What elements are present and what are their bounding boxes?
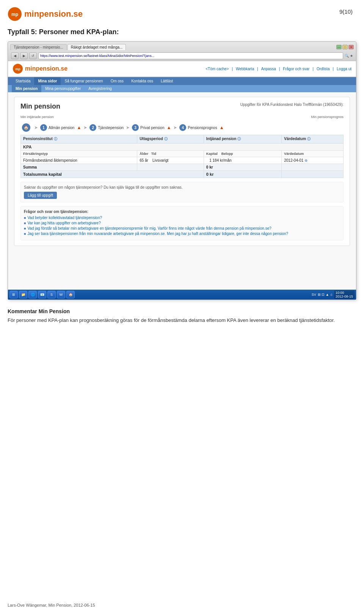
top-nav-logga-ut[interactable]: Logga ut	[337, 67, 351, 71]
step-2-label: Tjänstepension	[98, 126, 124, 130]
sum-empty-1	[137, 164, 204, 171]
step-1: 1 Allmän pension ▲	[40, 124, 81, 131]
star-icon: ★	[350, 54, 353, 58]
reload-button[interactable]: ↺	[29, 52, 37, 59]
taskbar-app-3[interactable]: 📧	[38, 291, 46, 298]
minimize-button[interactable]: —	[336, 45, 342, 49]
sum-value: 0 kr	[204, 164, 281, 171]
sub-col-type: Försäkringstyp	[21, 151, 137, 157]
site-top-nav: <Töm cache> | Webbkarta | Anpassa | Fråg…	[206, 67, 351, 71]
home-icon[interactable]: 🏠	[22, 123, 30, 132]
col-intjanad: Intjänad pension ⓘ	[204, 135, 281, 144]
back-button[interactable]: ◀	[11, 52, 19, 59]
taskbar-left: ⊞ 📁 🌐 📧 S W 🏠	[9, 291, 75, 298]
pension-card-header: Min pension Uppgifter för KPA Funktionst…	[20, 102, 344, 110]
faq-item-4[interactable]: ■ Jag ser bara tjänstepensionen från min…	[24, 232, 340, 236]
col-uttagsperiod: Uttagsperiod ⓘ	[137, 135, 204, 144]
browser-toolbar-icons: 🔍 ★	[345, 54, 353, 58]
row-age-time: 65 år Livsvarigt	[137, 157, 204, 164]
faq-bullet-4: ■	[24, 232, 26, 236]
sub-nav: Min pension Mina personuppgifter Avregis…	[8, 85, 356, 92]
step-4-warning: ▲	[220, 125, 224, 130]
start-button[interactable]: ⊞	[9, 291, 18, 298]
faq-text-2: Var kan jag hitta uppgifter om arbetsgiv…	[27, 221, 100, 225]
faq-title: Frågor och svar om tjänstepension:	[24, 210, 340, 214]
taskbar-app-2[interactable]: 🌐	[28, 291, 37, 298]
nav-lattlast[interactable]: Lättläst	[157, 77, 177, 85]
browser-tab-2[interactable]: Räkigt ärdelaget med många...	[67, 44, 126, 50]
faq-item-3[interactable]: ■ Vad jag förstår så betalar min arbetsg…	[24, 226, 340, 230]
expand-icon[interactable]: ⊕	[304, 158, 308, 162]
minpension-logo-icon: mp	[8, 7, 22, 21]
nav-om-oss[interactable]: Om oss	[107, 77, 127, 85]
nav-kontakta[interactable]: Kontakta oss	[127, 77, 157, 85]
subnav-min-pension[interactable]: Min pension	[12, 85, 41, 92]
taskbar-app-5[interactable]: W	[57, 291, 65, 298]
info-icon-3[interactable]: ⓘ	[237, 137, 241, 141]
comment-title: Kommentar Min Pension	[8, 308, 356, 314]
search-icon: 🔍	[345, 54, 349, 58]
page-number: 9(10)	[339, 8, 353, 15]
step-1-num: 1	[40, 124, 47, 131]
top-nav-webbkarta[interactable]: Webbkarta	[236, 67, 254, 71]
step-4-num: 4	[179, 124, 186, 131]
page-title: Typfall 5: Personer med KPA-plan:	[0, 21, 364, 41]
add-info-text: Saknar du uppgifter om någon tjänstepens…	[24, 185, 340, 189]
forward-button[interactable]: ▶	[20, 52, 28, 59]
sub-col-age: Ålder Tid	[137, 151, 204, 157]
faq-text-3: Vad jag förstår så betalar min arbetsgiv…	[27, 226, 271, 230]
info-icon-2[interactable]: ⓘ	[164, 137, 168, 141]
faq-bullet-1: ■	[24, 216, 26, 220]
maximize-button[interactable]: □	[342, 45, 348, 49]
top-nav-ordlista[interactable]: Ordlista	[317, 67, 329, 71]
browser-tab-1[interactable]: Tjänstepension - minpensio...	[10, 44, 67, 50]
step-4: 4 Pensionsprognos ▲	[179, 124, 224, 131]
taskbar-app-1[interactable]: 📁	[19, 291, 27, 298]
kpa-info: Uppgifter för KPA Funktionstest Halo Tre…	[240, 102, 344, 107]
step-3-num: 3	[132, 124, 139, 131]
taskbar-app-6[interactable]: 🏠	[66, 291, 75, 298]
browser-address-bar: ◀ ▶ ↺ 🔍 ★	[10, 51, 354, 61]
pension-steps: 🏠 ➤ 1 Allmän pension ▲ ➤ 2 Tjänstepensio…	[20, 120, 344, 135]
add-info-button[interactable]: Lägg till uppgift	[24, 192, 57, 199]
pension-card: Min pension Uppgifter för KPA Funktionst…	[14, 97, 350, 246]
row-type: Förmånsbestämd ålderspension	[21, 157, 137, 164]
nav-sa-fungerar[interactable]: Så fungerar pensionen	[61, 77, 107, 85]
step-arrow-0: ➤	[34, 125, 38, 130]
taskbar-icons: ⊞ ⊡ ▲ ♫	[318, 293, 333, 296]
step-3: 3 Privat pension ▲	[132, 124, 171, 131]
steps-label-left: Min intjänade pension	[20, 115, 54, 119]
browser-win-controls: — □ ✕	[336, 45, 354, 49]
site-logo-text: minpension.se	[25, 65, 67, 72]
top-nav-anpassa[interactable]: Anpassa	[261, 67, 276, 71]
row-date-val: 2012-04-01	[284, 158, 303, 162]
sub-col-date: Värdedatum	[282, 151, 344, 157]
browser-title-bar: Tjänstepension - minpensio... Räkigt ärd…	[10, 43, 354, 51]
top-nav-fragor[interactable]: Frågor och svar	[283, 67, 309, 71]
top-nav-cache[interactable]: <Töm cache>	[206, 67, 229, 71]
row-time: Livsvarigt	[152, 158, 168, 162]
svg-text:mp: mp	[11, 12, 18, 17]
taskbar-app-4[interactable]: S	[47, 291, 56, 298]
step-2-num: 2	[89, 124, 96, 131]
nav-mina-sidor[interactable]: Mina sidor	[34, 77, 61, 85]
subnav-avregistrering[interactable]: Avregistrering	[85, 85, 116, 92]
info-icon-1[interactable]: ⓘ	[54, 137, 57, 141]
step-arrow-2: ➤	[126, 125, 130, 130]
faq-item-1[interactable]: ■ Vad betyder kollektivavtalad tjänstepe…	[24, 216, 340, 220]
close-button[interactable]: ✕	[348, 45, 354, 49]
taskbar-clock: 10:00 2012-08-15	[334, 290, 355, 299]
taskbar: ⊞ 📁 🌐 📧 S W 🏠 SV ⊞ ⊡ ▲ ♫ 10:00 2012-08-1…	[8, 290, 356, 300]
nav-startsida[interactable]: Startsida	[12, 77, 34, 85]
step-2: 2 Tjänstepension	[89, 124, 124, 131]
main-nav: Startsida Mina sidor Så fungerar pension…	[8, 77, 356, 85]
sum-row: Summa 0 kr	[21, 164, 344, 171]
info-icon-4[interactable]: ⓘ	[307, 137, 311, 141]
subnav-personuppgifter[interactable]: Mina personuppgifter	[41, 85, 85, 92]
faq-bullet-3: ■	[24, 227, 26, 230]
taskbar-right: SV ⊞ ⊡ ▲ ♫ 10:00 2012-08-15	[312, 290, 355, 299]
taskbar-time: 10:00	[336, 291, 344, 295]
faq-item-2[interactable]: ■ Var kan jag hitta uppgifter om arbetsg…	[24, 221, 340, 225]
svg-text:mp: mp	[15, 67, 20, 71]
address-input[interactable]	[38, 52, 343, 59]
